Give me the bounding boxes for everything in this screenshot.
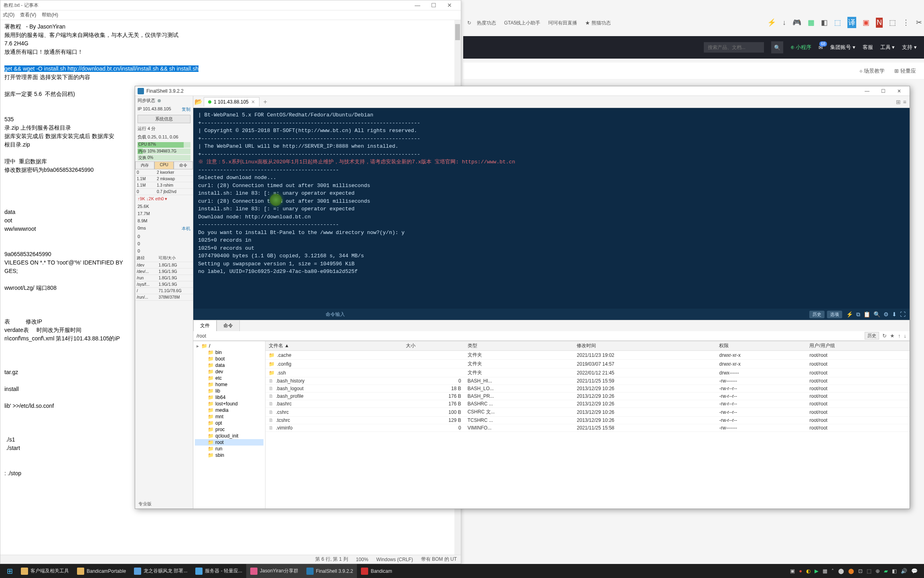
tab-cmd[interactable]: 命令 — [174, 161, 193, 169]
tab-mem[interactable]: 内存 — [135, 161, 154, 169]
copy-link[interactable]: 复制 — [182, 106, 190, 112]
menu-format[interactable]: 式(O) — [3, 12, 14, 18]
ext-icon[interactable]: ↓ — [782, 18, 786, 27]
nav-tools[interactable]: 工具 ▾ — [880, 44, 895, 51]
tree-node[interactable]: 📁data — [195, 362, 263, 368]
tree-node[interactable]: 📁lib — [195, 388, 263, 394]
sub-link[interactable]: ⟐ 场景教学 — [859, 67, 885, 75]
menu-view[interactable]: 查看(V) — [20, 12, 36, 18]
ext-icon[interactable]: ◧ — [821, 18, 828, 27]
tray-icon[interactable]: ▶ — [815, 568, 819, 574]
ext-icon[interactable]: ⬚ — [889, 18, 896, 27]
col-header[interactable]: 大小 — [403, 341, 464, 351]
file-list[interactable]: 文件名 ▲大小类型修改时间权限用户/用户组📁.cache文件夹2021/11/2… — [265, 341, 910, 509]
tray-icon[interactable]: ⬤ — [848, 568, 854, 574]
tree-node[interactable]: 📁proc — [195, 426, 263, 433]
tree-node[interactable]: 📁home — [195, 381, 263, 388]
nav-support[interactable]: 客服 — [863, 44, 873, 51]
sub-link[interactable]: ⊞ 轻量应 — [894, 67, 916, 75]
history-button[interactable]: 历史 — [809, 311, 825, 318]
file-row[interactable]: 🗎.bash_profile176 BBASH_PR...2013/12/29 … — [265, 393, 910, 400]
col-header[interactable]: 类型 — [464, 341, 574, 351]
tree-node[interactable]: ▸📁/ — [195, 343, 263, 349]
col-header[interactable]: 文件名 ▲ — [265, 341, 403, 351]
tab-commands[interactable]: 命令 — [217, 320, 240, 331]
file-row[interactable]: 🗎.tcshrc129 BTCSHRC ...2013/12/29 10:26-… — [265, 417, 910, 424]
ext-icon[interactable]: ⋮ — [902, 18, 910, 27]
dir-tree[interactable]: ▸📁/ 📁bin 📁boot 📁data 📁dev 📁etc 📁home 📁li… — [193, 341, 265, 509]
ext-icon[interactable]: ⚡ — [767, 18, 776, 27]
ext-icon[interactable]: N — [876, 18, 883, 28]
ext-icon[interactable]: 译 — [847, 17, 856, 28]
tab-cpu[interactable]: CPU — [154, 161, 174, 169]
tree-node[interactable]: 📁root — [195, 439, 263, 446]
sysinfo-button[interactable]: 系统信息 — [138, 115, 190, 123]
tray-icon[interactable]: ▣ — [790, 568, 795, 574]
tree-node[interactable]: 📁qcloud_init — [195, 433, 263, 439]
tray-icon[interactable]: ◧ — [892, 568, 897, 574]
menu-help[interactable]: 帮助(H) — [42, 12, 58, 18]
download-icon[interactable]: ⬇ — [892, 311, 897, 318]
start-button[interactable]: ⊞ — [2, 567, 17, 576]
ext-icon[interactable]: ▦ — [808, 18, 815, 27]
tray-icon[interactable]: ⊕ — [875, 568, 880, 574]
ext-icon[interactable]: 🎮 — [792, 18, 801, 27]
bookmark-link[interactable]: GTA5线上小助手 — [504, 20, 540, 26]
col-header[interactable]: 权限 — [716, 341, 806, 351]
tray-icon[interactable]: ▰ — [884, 568, 888, 574]
taskbar-item[interactable]: 龙之谷赐风龙 部署... — [130, 564, 191, 578]
taskbar-item[interactable]: Bandicam — [357, 564, 396, 578]
col-header[interactable]: 修改时间 — [573, 341, 716, 351]
tray-icon[interactable]: ◐ — [806, 568, 811, 574]
close-icon[interactable]: ✕ — [442, 0, 458, 10]
terminal-tab[interactable]: 1 101.43.88.105 ✕ — [204, 97, 259, 106]
tree-node[interactable]: 📁media — [195, 407, 263, 413]
tree-node[interactable]: 📁dev — [195, 368, 263, 375]
bolt-icon[interactable]: ⚡ — [846, 311, 853, 318]
list-view-icon[interactable]: ≡ — [903, 99, 906, 105]
taskbar-item[interactable]: FinalShell 3.9.2.2 — [302, 564, 357, 578]
tree-node[interactable]: 📁lost+found — [195, 401, 263, 407]
tray-icon[interactable]: 🔊 — [901, 568, 907, 574]
tree-node[interactable]: 📁opt — [195, 420, 263, 426]
scrollbar-thumb[interactable] — [455, 24, 460, 40]
tray-icon[interactable]: ⬚ — [867, 568, 871, 574]
tree-node[interactable]: 📁sbin — [195, 452, 263, 458]
search-icon[interactable]: 🔍 — [873, 311, 880, 318]
file-row[interactable]: 🗎.viminfo0VIMINFO...2021/11/25 15:58-rw-… — [265, 424, 910, 432]
taskbar-item[interactable]: 服务器 - 轻量应... — [191, 564, 246, 578]
current-path[interactable]: /root — [197, 333, 206, 339]
copy-icon[interactable]: ⧉ — [856, 311, 860, 318]
tab-close-icon[interactable]: ✕ — [251, 99, 255, 105]
file-row[interactable]: 🗎.bash_logout18 BBASH_LO...2013/12/29 10… — [265, 385, 910, 393]
tree-node[interactable]: 📁boot — [195, 356, 263, 362]
maximize-icon[interactable]: ☐ — [875, 86, 891, 96]
file-row[interactable]: 📁.cache文件夹2021/11/23 19:02drwxr-xr-xroot… — [265, 351, 910, 360]
col-header[interactable]: 用户/用户组 — [806, 341, 910, 351]
grid-view-icon[interactable]: ⊞ — [896, 99, 901, 105]
reload-icon[interactable]: ↻ — [467, 20, 471, 26]
tray-icon[interactable]: ⬤ — [838, 568, 844, 574]
ext-icon[interactable]: ⬚ — [834, 18, 841, 27]
star-icon[interactable]: ★ — [890, 333, 895, 339]
file-row[interactable]: 🗎.bashrc176 BBASHRC ...2013/12/29 10:26-… — [265, 400, 910, 408]
tray-icon[interactable]: 💬 — [911, 568, 918, 574]
refresh-icon[interactable]: ↻ — [882, 333, 887, 339]
download-icon[interactable]: ↓ — [904, 333, 907, 339]
tree-node[interactable]: 📁lib64 — [195, 394, 263, 401]
message-icon[interactable]: ✉68 — [819, 45, 823, 51]
minimize-icon[interactable]: — — [859, 86, 875, 96]
tray-icon[interactable]: ⊡ — [858, 568, 863, 574]
history-button[interactable]: 历史 — [865, 332, 879, 340]
taskbar-item[interactable]: BandicamPortable — [73, 564, 130, 578]
fullscreen-icon[interactable]: ⛶ — [900, 311, 906, 318]
nav-account[interactable]: 集团账号 ▾ — [830, 44, 855, 51]
paste-icon[interactable]: 📋 — [863, 311, 870, 318]
tree-node[interactable]: 📁run — [195, 446, 263, 452]
bookmark-link[interactable]: 热度功态 — [477, 20, 496, 26]
tree-node[interactable]: 📁bin — [195, 349, 263, 356]
tab-files[interactable]: 文件 — [193, 320, 217, 331]
options-button[interactable]: 选项 — [827, 311, 842, 318]
search-input[interactable] — [704, 42, 764, 53]
minimize-icon[interactable]: — — [409, 0, 426, 10]
